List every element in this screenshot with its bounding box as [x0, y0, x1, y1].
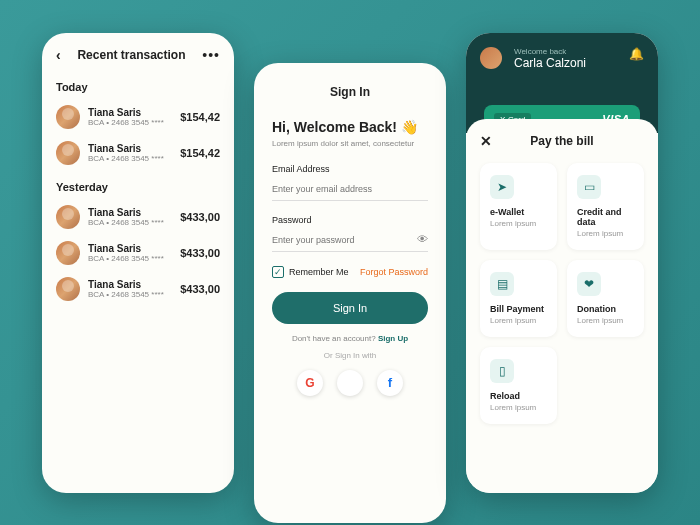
send-icon: ➤ [490, 175, 514, 199]
transaction-row[interactable]: Tiana Saris BCA • 2468 3545 **** $154,42 [42, 99, 234, 135]
remember-checkbox[interactable]: ✓ Remember Me [272, 266, 349, 278]
welcome-text: Welcome back [514, 47, 586, 56]
phone-icon: ▯ [490, 359, 514, 383]
transaction-row[interactable]: Tiana Saris BCA • 2468 3545 **** $154,42 [42, 135, 234, 171]
tile-donation[interactable]: ❤ Donation Lorem ipsum [567, 260, 644, 337]
check-icon: ✓ [272, 266, 284, 278]
close-icon[interactable]: ✕ [480, 133, 498, 149]
tile-reload[interactable]: ▯ Reload Lorem ipsum [480, 347, 557, 424]
section-today: Today [42, 71, 234, 99]
tile-bill-payment[interactable]: ▤ Bill Payment Lorem ipsum [480, 260, 557, 337]
tile-credit-data[interactable]: ▭ Credit and data Lorem ipsum [567, 163, 644, 250]
transaction-row[interactable]: Tiana Saris BCA • 2468 3545 **** $433,00 [42, 235, 234, 271]
google-icon[interactable]: G [297, 370, 323, 396]
email-label: Email Address [272, 164, 428, 174]
header-title: Sign In [272, 85, 428, 99]
bell-icon[interactable]: 🔔 [629, 47, 644, 61]
signup-link[interactable]: Sign Up [378, 334, 408, 343]
tile-ewallet[interactable]: ➤ e-Wallet Lorem ipsum [480, 163, 557, 250]
or-divider: Or Sign In with [272, 351, 428, 360]
signin-button[interactable]: Sign In [272, 292, 428, 324]
more-icon[interactable]: ••• [202, 47, 220, 63]
user-name: Carla Calzoni [514, 56, 586, 70]
file-icon: ▤ [490, 272, 514, 296]
phone-signin: Sign In Hi, Welcome Back! 👋 Lorem ipsum … [254, 63, 446, 523]
avatar [56, 205, 80, 229]
wallet-icon: ▭ [577, 175, 601, 199]
transaction-row[interactable]: Tiana Saris BCA • 2468 3545 **** $433,00 [42, 199, 234, 235]
subtext: Lorem ipsum dolor sit amet, consectetur [272, 139, 428, 148]
headline: Hi, Welcome Back! 👋 [272, 119, 428, 135]
section-yesterday: Yesterday [42, 171, 234, 199]
avatar [56, 141, 80, 165]
avatar [56, 241, 80, 265]
forgot-link[interactable]: Forgot Password [360, 267, 428, 277]
password-field[interactable] [272, 229, 428, 252]
eye-icon[interactable]: 👁 [417, 233, 428, 245]
back-icon[interactable]: ‹ [56, 47, 61, 63]
sheet-title: Pay the bill [498, 134, 644, 148]
facebook-icon[interactable]: f [377, 370, 403, 396]
avatar[interactable] [480, 47, 502, 69]
avatar [56, 277, 80, 301]
apple-icon[interactable] [337, 370, 363, 396]
password-label: Password [272, 215, 428, 225]
phone-pay-bill: 🔔 Welcome back Carla Calzoni X-Card VISA… [466, 33, 658, 493]
page-title: Recent transaction [77, 48, 185, 62]
phone-transactions: ‹ Recent transaction ••• Today Tiana Sar… [42, 33, 234, 493]
bottom-sheet: ✕ Pay the bill ➤ e-Wallet Lorem ipsum ▭ … [466, 119, 658, 493]
email-field[interactable] [272, 178, 428, 201]
transaction-row[interactable]: Tiana Saris BCA • 2468 3545 **** $433,00 [42, 271, 234, 307]
signup-line: Don't have an account? Sign Up [272, 334, 428, 343]
avatar [56, 105, 80, 129]
heart-icon: ❤ [577, 272, 601, 296]
